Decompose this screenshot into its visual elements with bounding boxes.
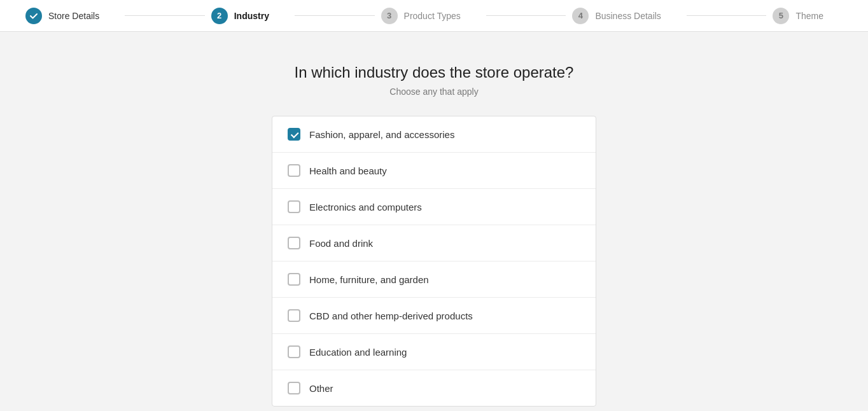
checkbox-label-home: Home, furniture, and garden	[309, 274, 429, 285]
checkbox-label-food: Food and drink	[309, 238, 373, 249]
main-content: In which industry does the store operate…	[0, 32, 868, 411]
page-title: In which industry does the store operate…	[295, 64, 574, 81]
stepper-nav: Store Details 2 Industry 3 Product Types…	[0, 0, 868, 32]
checkbox-label-other: Other	[309, 383, 333, 394]
step-product-types[interactable]: 3 Product Types	[381, 8, 480, 24]
step-separator-3	[486, 15, 566, 16]
checkbox-education[interactable]	[288, 345, 300, 358]
checkbox-label-electronics: Electronics and computers	[309, 202, 422, 212]
industry-item-health[interactable]: Health and beauty	[272, 153, 596, 189]
industry-item-other[interactable]: Other	[272, 370, 596, 406]
step-label-store-details: Store Details	[48, 11, 99, 21]
page-subtitle: Choose any that apply	[389, 87, 478, 97]
industry-checkbox-list: Fashion, apparel, and accessories Health…	[272, 116, 596, 407]
industry-item-education[interactable]: Education and learning	[272, 334, 596, 370]
checkbox-label-fashion: Fashion, apparel, and accessories	[309, 129, 454, 140]
step-industry[interactable]: 2 Industry	[211, 8, 288, 24]
industry-item-home[interactable]: Home, furniture, and garden	[272, 261, 596, 298]
step-theme[interactable]: 5 Theme	[773, 8, 843, 24]
step-label-industry: Industry	[234, 11, 269, 21]
step-label-product-types: Product Types	[404, 11, 461, 21]
checkbox-label-health: Health and beauty	[309, 165, 387, 176]
checkbox-health[interactable]	[288, 164, 300, 177]
step-separator-4	[687, 15, 767, 16]
step-business-details[interactable]: 4 Business Details	[572, 8, 680, 24]
step-label-theme: Theme	[795, 11, 823, 21]
industry-item-electronics[interactable]: Electronics and computers	[272, 189, 596, 225]
industry-item-food[interactable]: Food and drink	[272, 225, 596, 261]
checkbox-cbd[interactable]	[288, 309, 300, 322]
industry-item-fashion[interactable]: Fashion, apparel, and accessories	[272, 116, 596, 153]
step-label-business-details: Business Details	[595, 11, 661, 21]
step-circle-product-types: 3	[381, 8, 398, 24]
checkbox-fashion[interactable]	[288, 128, 300, 141]
checkbox-label-cbd: CBD and other hemp-derived products	[309, 310, 473, 321]
checkbox-food[interactable]	[288, 237, 300, 249]
checkbox-electronics[interactable]	[288, 200, 300, 213]
step-store-details[interactable]: Store Details	[25, 8, 118, 24]
checkbox-home[interactable]	[288, 273, 300, 286]
step-circle-store-details	[25, 8, 42, 24]
checkbox-other[interactable]	[288, 382, 300, 394]
step-circle-industry: 2	[211, 8, 228, 24]
step-separator-2	[295, 15, 375, 16]
industry-item-cbd[interactable]: CBD and other hemp-derived products	[272, 298, 596, 334]
step-circle-business-details: 4	[572, 8, 589, 24]
step-circle-theme: 5	[773, 8, 789, 24]
checkbox-label-education: Education and learning	[309, 347, 407, 358]
step-separator-1	[125, 15, 205, 16]
